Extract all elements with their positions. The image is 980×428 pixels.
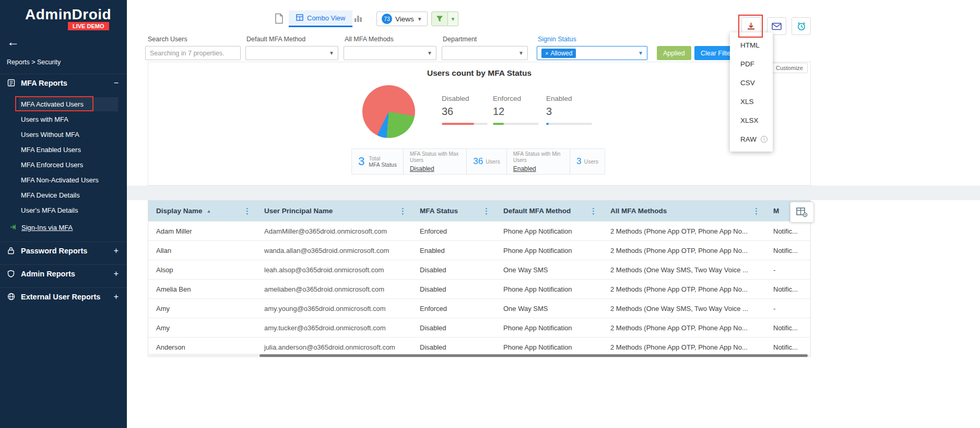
table-row[interactable]: Amelia Ben ameliaben@o365droid.onmicroso… <box>148 279 810 298</box>
default-mfa-method-label: Default MFA Method <box>246 36 305 43</box>
export-option-html[interactable]: HTML <box>730 36 773 54</box>
cell-mfa-status: Disabled <box>412 318 495 337</box>
sidebar-section-mfa-reports[interactable]: MFA Reports − <box>0 74 127 91</box>
filter-dropdown-caret[interactable]: ▼ <box>448 11 458 26</box>
legend-bar <box>493 123 539 125</box>
sidebar-item-users-without-mfa[interactable]: Users Without MFA <box>21 128 120 142</box>
column-menu-icon[interactable]: ⋮ <box>243 206 251 216</box>
sidebar-section-admin-reports[interactable]: Admin Reports + <box>0 264 127 282</box>
sidebar-item-signins-via-mfa[interactable]: Sign-Ins via MFA <box>9 221 119 235</box>
column-header-mfa-status[interactable]: MFA Status⋮ <box>412 201 495 221</box>
all-mfa-methods-select[interactable]: ▼ <box>344 46 436 60</box>
schedule-alert-button[interactable] <box>792 17 811 35</box>
report-view-icon[interactable] <box>275 13 284 24</box>
sidebar-item-users-with-mfa[interactable]: Users with MFA <box>21 112 120 126</box>
table-row[interactable]: Allan wanda.allan@o365droid.onmicrosoft.… <box>148 240 810 260</box>
back-arrow-icon[interactable]: ← <box>7 34 19 49</box>
horizontal-scrollbar[interactable] <box>149 354 810 357</box>
legend-value: 3 <box>546 106 596 118</box>
tab-combo-view[interactable]: Combo View <box>289 10 352 27</box>
remove-chip-icon[interactable]: × <box>545 50 548 56</box>
max-unit: Users <box>486 158 500 165</box>
chart-view-icon[interactable] <box>353 14 363 23</box>
column-menu-icon[interactable]: ⋮ <box>589 206 597 216</box>
sidebar-section-label: Admin Reports <box>21 270 75 278</box>
chevron-down-icon: ▼ <box>518 50 524 56</box>
export-option-raw[interactable]: RAWi <box>730 130 773 148</box>
funnel-icon[interactable] <box>431 11 448 26</box>
scrollbar-thumb[interactable] <box>259 354 808 357</box>
filter-button[interactable]: ▼ <box>431 11 458 26</box>
cell-upn: amy.tucker@o365droid.onmicrosoft.com <box>256 318 412 337</box>
data-grid: Display Name▲⋮ User Principal Name⋮ MFA … <box>148 200 811 357</box>
signin-status-select[interactable]: × Allowed ▼ <box>537 46 647 60</box>
chevron-down-icon: ▼ <box>638 50 643 56</box>
menu-item-label: PDF <box>740 60 754 68</box>
table-row[interactable]: Amy amy.tucker@o365droid.onmicrosoft.com… <box>148 318 810 337</box>
sidebar-item-mfa-enforced-users[interactable]: MFA Enforced Users <box>21 158 120 172</box>
legend-item-enabled[interactable]: Enabled 3 <box>546 95 596 125</box>
table-row[interactable]: Adam Miller AdamMiller@o365droid.onmicro… <box>148 221 810 240</box>
cell-upn: leah.alsop@o365droid.onmicrosoft.com <box>256 260 412 279</box>
expand-icon[interactable]: + <box>114 292 119 302</box>
signin-status-chip: × Allowed <box>541 49 576 58</box>
table-row[interactable]: Amy amy.young@o365droid.onmicrosoft.com … <box>148 298 810 318</box>
legend-bar <box>546 123 592 125</box>
cell-clipped: Notific... <box>765 280 810 298</box>
column-header-default-mfa-method[interactable]: Default MFA Method⋮ <box>495 201 603 221</box>
export-option-pdf[interactable]: PDF <box>730 54 773 73</box>
column-chooser-button[interactable] <box>790 202 814 223</box>
sidebar-item-label: MFA Enforced Users <box>21 161 83 169</box>
min-value: 3 <box>576 156 581 167</box>
applied-button[interactable]: Applied <box>657 46 691 60</box>
department-select[interactable]: ▼ <box>442 46 528 60</box>
customize-button[interactable]: Customize <box>771 63 808 73</box>
export-option-xls[interactable]: XLS <box>730 92 773 111</box>
sidebar-item-mfa-device-details[interactable]: MFA Device Details <box>21 188 120 202</box>
max-status-link[interactable]: Disabled <box>410 165 460 172</box>
collapse-icon[interactable]: − <box>114 78 119 88</box>
total-mfa-status-value: 3 <box>358 155 364 168</box>
sidebar-item-mfa-enabled-users[interactable]: MFA Enabled Users <box>21 143 120 157</box>
summary-max: MFA Status with Max Users Disabled <box>404 149 467 174</box>
cell-all-methods: 2 Methods (Phone App OTP, Phone App No..… <box>603 280 765 298</box>
legend-item-enforced[interactable]: Enforced 12 <box>493 95 542 125</box>
mfa-status-pie-chart[interactable] <box>362 85 415 138</box>
column-menu-icon[interactable]: ⋮ <box>482 206 490 216</box>
signin-status-label: Signin Status <box>538 36 576 43</box>
sort-ascending-icon[interactable]: ▲ <box>207 209 211 214</box>
column-header-all-mfa-methods[interactable]: All MFA Methods⋮ <box>603 201 765 221</box>
cell-mfa-status: Enabled <box>412 241 495 260</box>
search-users-label: Search Users <box>148 36 187 43</box>
cell-display-name: Adam Miller <box>148 222 256 240</box>
table-row[interactable]: Alsop leah.alsop@o365droid.onmicrosoft.c… <box>148 260 810 279</box>
column-header-display-name[interactable]: Display Name▲⋮ <box>148 201 256 221</box>
cell-default-method: Phone App Notification <box>495 318 603 337</box>
sidebar-section-password-reports[interactable]: Password Reports + <box>0 241 127 259</box>
sidebar-item-mfa-activated-users[interactable]: MFA Activated Users <box>19 97 118 111</box>
department-label: Department <box>443 36 477 43</box>
sidebar-item-mfa-non-activated-users[interactable]: MFA Non-Activated Users <box>21 173 120 187</box>
cell-default-method: One Way SMS <box>495 299 603 318</box>
legend-bar <box>442 123 488 125</box>
column-label: User Principal Name <box>264 207 333 215</box>
export-option-csv[interactable]: CSV <box>730 73 773 92</box>
chart-title: Users count by MFA Status <box>148 68 810 78</box>
min-status-link[interactable]: Enabled <box>513 165 563 172</box>
all-mfa-methods-label: All MFA Methods <box>345 36 394 43</box>
sidebar-section-external-user-reports[interactable]: External User Reports + <box>0 287 127 305</box>
expand-icon[interactable]: + <box>114 246 119 256</box>
search-input[interactable] <box>145 46 241 60</box>
views-label: Views <box>395 15 414 23</box>
expand-icon[interactable]: + <box>114 269 119 279</box>
menu-item-label: RAW <box>740 135 757 143</box>
default-mfa-method-select[interactable]: ▼ <box>245 46 338 60</box>
column-header-user-principal-name[interactable]: User Principal Name⋮ <box>256 201 412 221</box>
export-option-xlsx[interactable]: XLSX <box>730 111 773 130</box>
column-menu-icon[interactable]: ⋮ <box>752 206 760 216</box>
sidebar-item-users-mfa-details[interactable]: User's MFA Details <box>21 203 120 217</box>
grid-header-row: Display Name▲⋮ User Principal Name⋮ MFA … <box>148 201 810 221</box>
legend-item-disabled[interactable]: Disabled 36 <box>442 95 491 125</box>
views-dropdown[interactable]: 73 Views ▼ <box>376 11 428 26</box>
column-menu-icon[interactable]: ⋮ <box>399 206 407 216</box>
